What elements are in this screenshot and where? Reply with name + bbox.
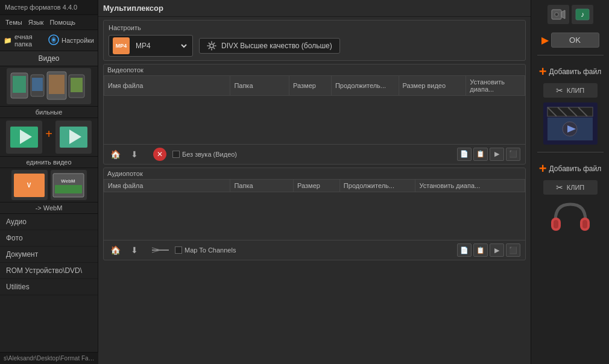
sidebar-menu: Темы Язык Помощь	[0, 15, 98, 30]
svg-rect-38	[554, 220, 558, 228]
sidebar-status: s\Aleksandr\Desktop\Format Facto	[0, 352, 98, 364]
music-note-icon: ♪	[575, 8, 590, 21]
join-thumb-left	[6, 121, 42, 154]
clip-button-video[interactable]: ✂ КЛИП	[543, 83, 598, 98]
sidebar-tools: 📁 ечная папка Настройки	[0, 30, 98, 51]
video-stream-legend: Видеопоток	[104, 64, 525, 75]
join-label: единить видео	[0, 157, 98, 168]
svg-rect-5	[32, 78, 43, 91]
join-video-row: +	[0, 118, 98, 157]
video-stream-section: Видеопоток Имя файла Папка Размер Продол…	[103, 64, 526, 165]
folder-tool[interactable]: 📁 ечная папка	[4, 33, 41, 48]
audio-col-folder: Папка	[230, 179, 294, 192]
film-reel-icon	[551, 8, 566, 21]
video-section-title: Видео	[0, 51, 98, 66]
video-home-btn[interactable]: 🏠	[109, 148, 122, 161]
mux-controls: MP4 MP4 DIVX Высшее качество (больше)	[109, 35, 520, 57]
svg-rect-9	[71, 78, 83, 92]
map-channels-checkbox-label[interactable]: Map To Channels	[175, 246, 236, 254]
video-action-buttons: 📄 📋 ▶ ⬛	[457, 148, 520, 161]
svg-rect-40	[582, 220, 587, 228]
menu-help[interactable]: Помощь	[48, 17, 77, 27]
ok-arrow-icon: ▶	[541, 34, 549, 46]
map-channels-svg	[152, 246, 169, 254]
audio-action-buttons: 📄 📋 ▶ ⬛	[457, 243, 520, 257]
clip-button-audio[interactable]: ✂ КЛИП	[543, 180, 598, 195]
audio-stream-section: Аудиопоток Имя файла Папка Размер Продол…	[103, 168, 526, 261]
video-close-icon: ✕	[153, 148, 166, 161]
video-mute-checkbox-label[interactable]: Без звука (Видео)	[172, 151, 237, 158]
add-file-button-audio[interactable]: Добавить файл	[549, 163, 602, 174]
settings-label: Настройки	[62, 37, 94, 44]
video-mute-label: Без звука (Видео)	[182, 151, 237, 158]
video-col-size: Размер	[289, 76, 332, 96]
video-btn-2[interactable]: 📋	[473, 148, 488, 161]
audio-col-range: Установить диапа...	[415, 179, 525, 192]
video-col-vidsize: Размер видео	[399, 76, 466, 96]
video-col-range: Установить диапа...	[466, 76, 525, 96]
video-col-duration: Продолжитель...	[331, 76, 399, 96]
map-channels-checkbox[interactable]	[175, 246, 182, 254]
ok-button[interactable]: OK	[551, 33, 599, 48]
video-btn-4[interactable]: ⬛	[506, 148, 520, 161]
settings-rotate-icon	[48, 34, 59, 46]
webm-thumb-left: V	[11, 170, 48, 200]
music-icon-box[interactable]: ♪	[572, 5, 593, 24]
settings-tool[interactable]: Настройки	[48, 34, 94, 46]
video-stream-table: Имя файла Папка Размер Продолжитель... Р…	[104, 75, 525, 144]
webm-label: -> WebM	[0, 202, 98, 214]
join-thumb-right	[55, 121, 92, 154]
sidebar-item-utilities[interactable]: Utilities	[0, 279, 98, 295]
webm-row: V WebM	[0, 168, 98, 202]
menu-themes[interactable]: Темы	[4, 17, 24, 27]
format-icon: MP4	[113, 37, 130, 54]
video-col-filename: Имя файла	[104, 76, 230, 96]
audio-down-btn[interactable]: ⬇	[128, 243, 141, 257]
audio-btn-2[interactable]: 📋	[473, 243, 488, 257]
clip-label-video: КЛИП	[567, 87, 584, 94]
video-mute-checkbox[interactable]	[172, 151, 180, 158]
clip-icon-video: ✂	[556, 86, 563, 95]
audio-btn-3[interactable]: ▶	[490, 243, 504, 257]
sidebar-item-photo[interactable]: Фото	[0, 230, 98, 246]
folder-icon: 📁	[4, 37, 12, 45]
gear-icon	[207, 41, 216, 51]
video-btn-3[interactable]: ▶	[490, 148, 504, 161]
right-panel: ♪ ▶ OK + Добавить файл ✂ КЛИП	[531, 0, 609, 364]
audio-home-btn[interactable]: 🏠	[109, 243, 122, 257]
format-selector-wrap: MP4 MP4	[109, 35, 193, 57]
headphones-icon	[549, 199, 592, 236]
audio-stream-table: Имя файла Папка Размер Продолжитель... У…	[104, 179, 525, 240]
sidebar-item-audio[interactable]: Аудио	[0, 214, 98, 230]
video-col-folder: Папка	[230, 76, 289, 96]
svg-rect-18	[55, 185, 82, 193]
mobile-label: бильные	[0, 107, 98, 118]
audio-btn-4[interactable]: ⬛	[506, 243, 520, 257]
sidebar-item-rom[interactable]: ROM Устройство\DVD\	[0, 263, 98, 279]
audio-stream-legend: Аудиопоток	[104, 168, 525, 179]
top-panel: Мультиплексор	[98, 0, 531, 17]
mobile-devices-image	[7, 68, 91, 104]
ok-label: OK	[569, 36, 581, 45]
sidebar-item-document[interactable]: Документ	[0, 246, 98, 263]
video-preview-icon	[544, 104, 596, 143]
audio-btn-1[interactable]: 📄	[457, 243, 472, 257]
app-title: Мастер форматов 4.4.0	[0, 0, 98, 15]
svg-point-19	[210, 44, 213, 48]
menu-language[interactable]: Язык	[27, 17, 46, 27]
mux-section: Настроить MP4 MP4 DIVX Высшее качество (…	[103, 20, 526, 61]
clip-label-audio: КЛИП	[567, 184, 584, 191]
svg-text:WebM: WebM	[61, 178, 75, 184]
audio-col-duration: Продолжитель...	[339, 179, 415, 192]
map-channels-icon	[152, 246, 169, 254]
webm-thumb-right: WebM	[51, 170, 87, 200]
format-select[interactable]: MP4	[133, 41, 189, 51]
video-icon-box[interactable]	[547, 5, 569, 24]
add-file-button-video[interactable]: Добавить файл	[549, 66, 602, 77]
add-file-plus-icon-video: +	[539, 65, 547, 78]
mux-legend: Настроить	[109, 24, 520, 31]
quality-button[interactable]: DIVX Высшее качество (больше)	[199, 38, 340, 54]
video-btn-1[interactable]: 📄	[457, 148, 472, 161]
svg-point-1	[52, 39, 55, 41]
video-down-btn[interactable]: ⬇	[128, 148, 141, 161]
